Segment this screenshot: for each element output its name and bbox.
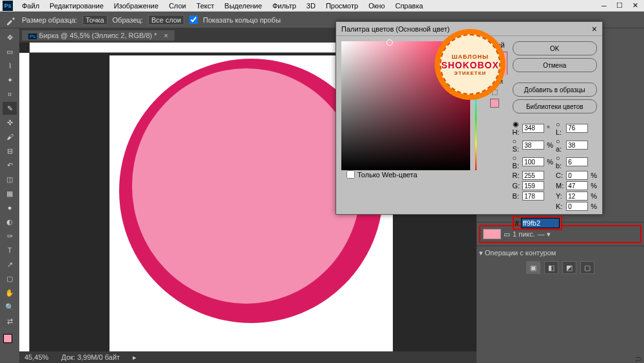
sample-layer-select[interactable]: Все слои: [148, 15, 184, 25]
hand-tool[interactable]: ✋: [3, 286, 17, 299]
bc-label: B:: [513, 192, 520, 200]
pen-tool[interactable]: ✑: [3, 230, 17, 242]
eraser-tool[interactable]: ◫: [3, 173, 17, 186]
c-input[interactable]: [566, 171, 588, 180]
dodge-tool[interactable]: ◐: [3, 215, 17, 228]
exclude-icon[interactable]: ▢: [580, 261, 594, 274]
doc-size: Док: 3,99M/0 байт: [61, 353, 120, 361]
app-logo: Ps: [3, 1, 13, 11]
combine-icon[interactable]: ▣: [526, 261, 540, 274]
eyedropper-icon: [5, 14, 17, 26]
status-bar: 45,45% Док: 3,99M/0 байт ▸: [19, 351, 477, 363]
path-tool[interactable]: ↗: [3, 258, 17, 271]
b-input[interactable]: [566, 157, 588, 166]
hash-label: #: [515, 219, 519, 227]
menu-select[interactable]: Выделение: [220, 1, 267, 11]
g-input[interactable]: [522, 181, 544, 190]
dialog-close-icon[interactable]: ×: [592, 24, 597, 34]
bv-input[interactable]: [522, 157, 544, 166]
brush-tool[interactable]: 🖌: [3, 130, 17, 143]
h-input[interactable]: [522, 124, 544, 133]
l-input[interactable]: [566, 124, 588, 133]
r-label: R:: [513, 172, 520, 179]
sample-size-label: Размер образца:: [22, 16, 77, 24]
ellipse-inner: [132, 68, 361, 304]
menu-view[interactable]: Просмотр: [321, 1, 363, 11]
bc-input[interactable]: [522, 191, 544, 201]
menu-bar: Ps Файл Редактирование Изображение Слои …: [0, 0, 644, 12]
hex-input[interactable]: [521, 218, 560, 228]
swap-colors-icon[interactable]: ⇄: [3, 315, 17, 328]
tab-close-icon[interactable]: ×: [164, 32, 168, 39]
lasso-tool[interactable]: ⌇: [3, 59, 17, 72]
type-tool[interactable]: T: [3, 244, 17, 257]
stamp-tool[interactable]: ⊟: [3, 144, 17, 157]
ps-file-icon: Ps: [28, 34, 37, 39]
b-radio[interactable]: ○ b:: [556, 154, 564, 170]
a-input[interactable]: [566, 141, 588, 150]
sample-size-select[interactable]: Точка: [82, 15, 108, 25]
restore-icon[interactable]: ☐: [613, 1, 626, 10]
ok-button[interactable]: OK: [513, 41, 597, 55]
m-input[interactable]: [566, 181, 588, 190]
menu-edit[interactable]: Редактирование: [44, 1, 109, 11]
show-ring-checkbox[interactable]: [189, 15, 198, 24]
badge-bottom-text: ЭТИКЕТКИ: [454, 70, 486, 76]
path-ops-label: Операции с контуром: [485, 249, 556, 257]
h-radio[interactable]: ◉ H:: [513, 120, 520, 136]
history-brush-tool[interactable]: ↶: [3, 159, 17, 172]
close-icon[interactable]: ✕: [629, 1, 641, 10]
safe-color-swatch[interactable]: [490, 99, 499, 108]
shape-tool[interactable]: ▢: [3, 272, 17, 285]
badge-main-text: SHOKOBOX: [441, 60, 499, 70]
g-label: G:: [513, 182, 520, 190]
badge-top-text: ШАБЛОНЫ: [451, 54, 488, 60]
minimize-icon[interactable]: ─: [598, 1, 611, 10]
web-only-checkbox[interactable]: [346, 170, 355, 179]
menu-window[interactable]: Окно: [363, 1, 390, 11]
dialog-title: Палитра цветов (Основной цвет): [341, 25, 450, 33]
menu-layers[interactable]: Слои: [164, 1, 191, 11]
show-ring-label: Показать кольцо пробы: [203, 16, 281, 24]
k-label: K:: [556, 202, 564, 210]
color-libraries-button[interactable]: Библиотеки цветов: [513, 99, 597, 113]
document-tab[interactable]: Ps Бирка @ 45,5% (Эллипс 2, RGB/8) * ×: [22, 30, 175, 41]
zoom-level[interactable]: 45,45%: [24, 353, 48, 361]
k-input[interactable]: [566, 202, 588, 211]
blur-tool[interactable]: ●: [3, 201, 17, 214]
s-input[interactable]: [522, 141, 544, 150]
menu-filter[interactable]: Фильтр: [267, 1, 301, 11]
color-marker[interactable]: [386, 39, 393, 46]
menu-text[interactable]: Текст: [191, 1, 220, 11]
crop-tool[interactable]: ⌗: [3, 88, 17, 101]
eyedropper-tool[interactable]: ✎: [3, 102, 17, 115]
move-tool[interactable]: ✥: [3, 31, 17, 44]
subtract-icon[interactable]: ◧: [544, 261, 558, 274]
l-radio[interactable]: ○ L:: [556, 121, 564, 136]
ruler-vertical: [19, 53, 30, 351]
r-input[interactable]: [522, 171, 544, 180]
menu-3d[interactable]: 3D: [301, 1, 321, 11]
intersect-icon[interactable]: ◩: [562, 261, 576, 274]
panel-collapse-icon[interactable]: ▾: [479, 249, 483, 257]
path-ops-row: ▣ ◧ ◩ ▢: [479, 257, 641, 278]
a-radio[interactable]: ○ a:: [556, 137, 564, 153]
sample-layer-label: Образец:: [113, 16, 143, 24]
heal-tool[interactable]: ✜: [3, 116, 17, 129]
s-radio[interactable]: ○ S:: [513, 137, 520, 153]
cancel-button[interactable]: Отмена: [513, 58, 597, 72]
menu-help[interactable]: Справка: [390, 1, 428, 11]
menu-image[interactable]: Изображение: [109, 1, 164, 11]
marquee-tool[interactable]: ▭: [3, 45, 17, 58]
y-input[interactable]: [566, 191, 588, 201]
wand-tool[interactable]: ✦: [3, 74, 17, 86]
color-swatches[interactable]: [3, 334, 16, 347]
shokobox-badge: ШАБЛОНЫ SHOKOBOX ЭТИКЕТКИ: [435, 29, 506, 100]
status-arrow-icon[interactable]: ▸: [133, 353, 137, 362]
menu-file[interactable]: Файл: [17, 1, 44, 11]
toolbox: ✥ ▭ ⌇ ✦ ⌗ ✎ ✜ 🖌 ⊟ ↶ ◫ ▦ ● ◐ ✑ T ↗ ▢ ✋ 🔍 …: [0, 28, 19, 363]
add-swatch-button[interactable]: Добавить в образцы: [513, 83, 597, 97]
gradient-tool[interactable]: ▦: [3, 187, 17, 200]
zoom-tool[interactable]: 🔍: [3, 300, 17, 313]
bv-radio[interactable]: ○ B:: [513, 154, 520, 170]
